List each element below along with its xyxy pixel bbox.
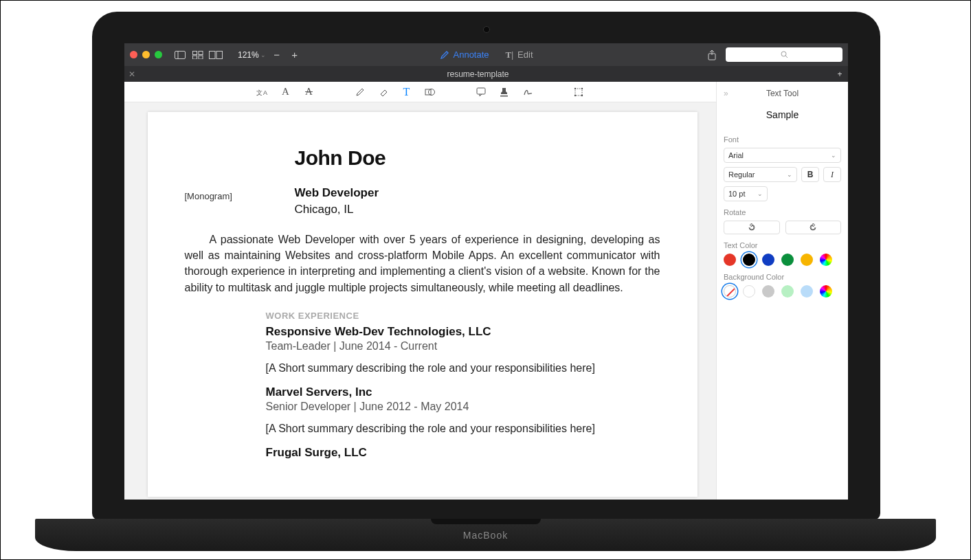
laptop-base: MacBook xyxy=(35,519,936,551)
resume-role: Web Developer xyxy=(295,186,660,200)
svg-rect-3 xyxy=(199,51,203,54)
chevron-down-icon: ⌄ xyxy=(787,171,792,178)
document-page: John Doe [Monogram] Web Developer Chicag… xyxy=(148,112,697,497)
color-swatch-none[interactable] xyxy=(724,285,736,298)
laptop-frame: 121% ⌄ − + Annotate T| Edit xyxy=(92,12,880,520)
job-description: [A Short summary describing the role and… xyxy=(266,362,660,374)
new-tab-button[interactable]: + xyxy=(832,69,848,79)
color-swatch-green[interactable] xyxy=(781,254,794,266)
two-page-icon[interactable] xyxy=(209,49,223,61)
close-tab-icon[interactable]: ✕ xyxy=(129,69,135,79)
note-tool-icon[interactable] xyxy=(473,85,489,100)
svg-text:A: A xyxy=(263,89,267,96)
annotate-mode-button[interactable]: Annotate xyxy=(440,49,489,60)
svg-rect-6 xyxy=(210,51,216,58)
close-window-button[interactable] xyxy=(130,51,137,58)
font-weight-value: Regular xyxy=(728,170,755,179)
resume-name: John Doe xyxy=(295,146,660,170)
bg-color-swatches xyxy=(724,285,841,298)
font-weight-select[interactable]: Regular ⌄ xyxy=(724,167,797,182)
font-family-value: Arial xyxy=(728,151,744,159)
rotate-cw-button[interactable] xyxy=(785,221,842,234)
text-color-swatches xyxy=(724,254,841,266)
zoom-control[interactable]: 121% ⌄ xyxy=(238,50,266,60)
highlight-a-icon[interactable]: A xyxy=(278,85,293,100)
app-window: 121% ⌄ − + Annotate T| Edit xyxy=(124,43,848,500)
color-swatch-lightgreen[interactable] xyxy=(781,285,794,298)
color-swatch-black[interactable] xyxy=(743,254,755,266)
annotate-label: Annotate xyxy=(454,49,489,60)
italic-button[interactable]: I xyxy=(823,167,841,182)
annotation-toolbar: 文A A A T xyxy=(124,82,716,102)
resume-location: Chicago, IL xyxy=(295,203,660,216)
job-meta: Team-Leader | June 2014 - Current xyxy=(266,340,660,352)
job-meta: Senior Developer | June 2012 - May 2014 xyxy=(266,401,660,413)
camera xyxy=(483,26,490,33)
stamp-tool-icon[interactable] xyxy=(497,85,512,100)
thumbnails-icon[interactable] xyxy=(191,49,205,61)
pencil-tool-icon[interactable] xyxy=(353,85,368,100)
job-company: Frugal Surge, LLC xyxy=(266,446,660,460)
bg-color-label: Background Color xyxy=(724,273,841,281)
section-work-experience: WORK EXPERIENCE xyxy=(266,311,660,321)
selection-handles-icon[interactable] xyxy=(571,85,586,100)
svg-text:文: 文 xyxy=(256,89,263,96)
font-family-select[interactable]: Arial ⌄ xyxy=(724,148,841,163)
sample-preview: Sample xyxy=(724,109,841,120)
eraser-tool-icon[interactable] xyxy=(376,85,391,100)
collapse-inspector-icon[interactable]: » xyxy=(724,89,728,98)
svg-rect-0 xyxy=(175,51,186,58)
job-description: [A Short summary describing the role and… xyxy=(266,423,660,435)
job-company: Responsive Web-Dev Technologies, LLC xyxy=(266,325,660,339)
svg-point-14 xyxy=(429,89,435,95)
color-swatch-lightblue[interactable] xyxy=(801,285,813,298)
monogram-placeholder: [Monogram] xyxy=(185,191,232,201)
svg-rect-20 xyxy=(575,89,582,96)
zoom-out-button[interactable]: − xyxy=(270,49,284,61)
bold-button[interactable]: B xyxy=(801,167,819,182)
chevron-down-icon: ⌄ xyxy=(260,52,266,58)
zoom-value: 121% xyxy=(238,50,259,60)
edit-label: Edit xyxy=(517,49,533,60)
color-swatch-red[interactable] xyxy=(724,254,736,266)
titlebar: 121% ⌄ − + Annotate T| Edit xyxy=(124,43,848,66)
sidebar-toggle-icon[interactable] xyxy=(173,49,187,61)
rotate-label: Rotate xyxy=(724,208,841,216)
inspector-panel: » Text Tool Sample Font Arial ⌄ Regular … xyxy=(716,82,848,500)
window-controls xyxy=(130,51,162,58)
svg-rect-15 xyxy=(477,88,485,94)
text-color-label: Text Color xyxy=(724,241,841,249)
zoom-in-button[interactable]: + xyxy=(288,49,302,61)
rotate-ccw-button[interactable] xyxy=(724,221,780,234)
text-tool-icon[interactable]: T xyxy=(399,85,414,100)
job-entry: Frugal Surge, LLC xyxy=(266,446,660,460)
chevron-down-icon: ⌄ xyxy=(757,190,763,197)
share-icon[interactable] xyxy=(705,49,719,61)
color-picker-button[interactable] xyxy=(820,285,832,298)
svg-point-9 xyxy=(781,52,786,56)
color-swatch-blue[interactable] xyxy=(762,254,774,266)
tab-bar: ✕ resume-template + xyxy=(124,66,848,82)
minimize-window-button[interactable] xyxy=(142,51,150,58)
tab-title: resume-template xyxy=(447,69,509,79)
font-label: Font xyxy=(724,135,841,144)
color-swatch-yellow[interactable] xyxy=(801,254,813,266)
edit-mode-button[interactable]: T| Edit xyxy=(506,49,533,60)
color-swatch-grey[interactable] xyxy=(762,285,774,298)
fullscreen-window-button[interactable] xyxy=(155,51,162,58)
chevron-down-icon: ⌄ xyxy=(831,152,836,159)
job-company: Marvel Servers, Inc xyxy=(266,385,660,399)
shape-tool-icon[interactable] xyxy=(423,85,438,100)
search-input[interactable] xyxy=(726,47,842,62)
strikethrough-a-icon[interactable]: A xyxy=(302,85,317,100)
text-style-icon[interactable]: 文A xyxy=(255,85,270,100)
resume-summary: A passionate Web Developer with over 5 y… xyxy=(185,232,660,295)
svg-rect-7 xyxy=(216,51,223,58)
document-tab[interactable]: ✕ resume-template xyxy=(124,69,832,79)
color-swatch-white[interactable] xyxy=(743,285,755,298)
document-canvas[interactable]: John Doe [Monogram] Web Developer Chicag… xyxy=(124,102,716,500)
signature-tool-icon[interactable] xyxy=(520,85,535,100)
color-picker-button[interactable] xyxy=(820,254,832,266)
svg-rect-2 xyxy=(193,51,197,54)
font-size-select[interactable]: 10 pt ⌄ xyxy=(724,186,768,201)
